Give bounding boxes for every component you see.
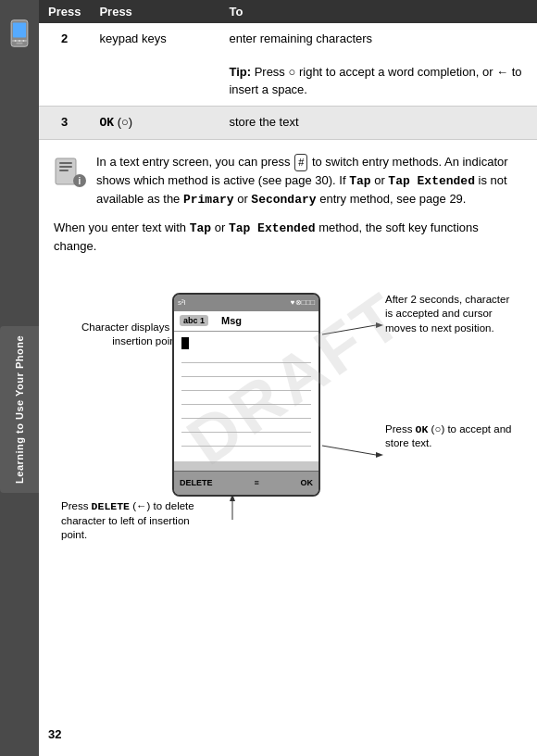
delete-key: DELETE xyxy=(180,478,213,487)
main-content: Press Press To 2 keypad keys enter remai… xyxy=(39,0,537,756)
phone-title: Msg xyxy=(221,315,242,326)
ok-key: OK xyxy=(301,478,314,487)
text-line xyxy=(181,418,311,419)
phone-text-area xyxy=(174,332,318,461)
svg-marker-18 xyxy=(376,452,383,458)
status-left: s²l xyxy=(178,298,185,307)
callout-right-top: After 2 seconds, character is accepted a… xyxy=(385,293,515,336)
paragraph-1: In a text entry screen, you can press # … xyxy=(96,153,522,209)
sidebar: Learning to Use Your Phone xyxy=(0,0,39,756)
body-text: i In a text entry screen, you can press … xyxy=(39,140,537,274)
svg-point-4 xyxy=(15,40,17,42)
info-block: i In a text entry screen, you can press … xyxy=(54,153,522,209)
page-number: 32 xyxy=(48,727,61,741)
instruction-table: Press Press To 2 keypad keys enter remai… xyxy=(39,0,537,140)
row-to: enter remaining characters Tip: Press ○ … xyxy=(219,23,537,106)
col-press-label: Press xyxy=(90,0,219,23)
row-to: store the text xyxy=(219,106,537,139)
diagram-section: Character displays at insertion point. xyxy=(39,274,537,561)
paragraph-2: When you enter text with Tap or Tap Exte… xyxy=(54,219,522,256)
phone-mockup: s²l ♥⊗□□□ abc 1 Msg xyxy=(172,293,320,497)
svg-point-5 xyxy=(19,40,20,42)
text-line xyxy=(181,376,311,377)
hash-key: # xyxy=(294,154,307,171)
svg-point-6 xyxy=(23,40,25,42)
sidebar-tab: Learning to Use Your Phone xyxy=(0,326,39,493)
callout-right-bottom: Press OK (○) to accept and store text. xyxy=(385,422,515,451)
row-press: OK (○) xyxy=(90,106,219,139)
callout-bottom: Press DELETE (←) to delete character to … xyxy=(61,499,209,543)
svg-rect-9 xyxy=(59,166,72,168)
col-press: Press xyxy=(39,0,90,23)
status-right: ♥⊗□□□ xyxy=(291,298,315,307)
text-line xyxy=(181,362,311,363)
diagram-container: Character displays at insertion point. xyxy=(61,274,515,552)
sidebar-label: Learning to Use Your Phone xyxy=(14,335,25,484)
phone-footer: DELETE ≡ OK xyxy=(174,471,318,495)
menu-key: ≡ xyxy=(254,478,258,487)
table-row: 2 keypad keys enter remaining characters… xyxy=(39,23,537,106)
callout-left: Character displays at insertion point. xyxy=(61,321,181,349)
svg-rect-8 xyxy=(59,162,72,164)
col-to: To xyxy=(219,0,537,23)
row-number: 2 xyxy=(39,23,90,106)
phone-cursor xyxy=(181,337,189,349)
text-line xyxy=(181,446,311,447)
text-line xyxy=(181,432,311,433)
row-number: 3 xyxy=(39,106,90,139)
text-line xyxy=(181,390,311,391)
text-line xyxy=(181,404,311,405)
svg-rect-1 xyxy=(13,22,26,37)
svg-rect-3 xyxy=(16,43,22,44)
svg-text:i: i xyxy=(79,176,81,186)
svg-line-17 xyxy=(322,446,376,455)
phone-mode: abc 1 xyxy=(180,315,208,326)
row-press: keypad keys xyxy=(90,23,219,106)
svg-rect-10 xyxy=(59,170,69,171)
svg-marker-16 xyxy=(376,322,383,328)
phone-icon xyxy=(5,19,34,48)
svg-line-15 xyxy=(322,325,376,334)
phone-status-bar: s²l ♥⊗□□□ xyxy=(174,295,318,311)
info-icon: i xyxy=(54,155,87,188)
phone-header: abc 1 Msg xyxy=(174,311,318,332)
table-row: 3 OK (○) store the text xyxy=(39,106,537,139)
